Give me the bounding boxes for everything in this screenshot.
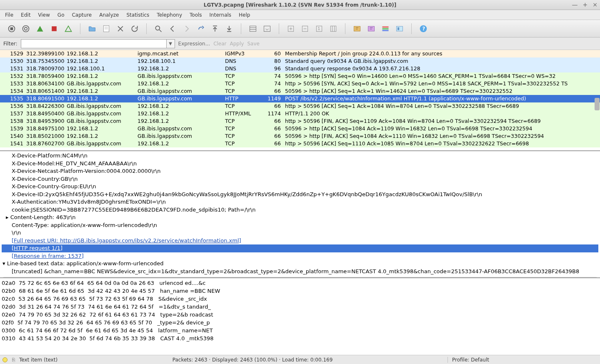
svg-rect-31 — [382, 26, 389, 27]
menu-go[interactable]: Go — [54, 11, 68, 19]
menu-telephony[interactable]: Telephony — [153, 11, 185, 19]
packet-row[interactable]: 1541318.87602700GB.ibis.lgappstv.com192.… — [0, 140, 600, 147]
menu-statistics[interactable]: Statistics — [123, 11, 152, 19]
capture-filters-icon[interactable] — [351, 23, 363, 35]
packet-bytes-pane[interactable]: 02a0 75 72 6c 65 6e 63 6f 64 65 64 0d 0a… — [0, 278, 600, 355]
filter-clear-button[interactable]: Clear — [213, 41, 226, 47]
zoom-in-icon[interactable] — [285, 23, 297, 35]
detail-line[interactable]: [truncated] &chan_name=BBC NEWS&device_s… — [2, 268, 598, 276]
toolbar-separator — [345, 23, 345, 34]
reload-icon[interactable] — [129, 23, 140, 35]
packet-row[interactable]: 1530318.75345500192.168.1.2192.168.100.1… — [0, 57, 600, 65]
menu-view[interactable]: View — [35, 11, 53, 19]
filter-dropdown-button[interactable]: ▼ — [167, 39, 175, 48]
packet-row[interactable]: 1536318.84226300GB.ibis.lgappstv.com192.… — [0, 102, 600, 110]
window-maximize-button[interactable]: + — [583, 1, 588, 8]
resize-columns-icon[interactable] — [328, 23, 339, 35]
go-to-icon[interactable] — [195, 23, 207, 35]
capture-start-icon[interactable] — [34, 23, 46, 35]
close-file-icon[interactable] — [115, 23, 126, 35]
hex-line[interactable]: 02c0 53 26 64 65 76 69 63 65 5f 73 72 63… — [2, 295, 598, 303]
hex-line[interactable]: 02d0 3d 31 26 64 74 76 5f 73 74 61 6e 64… — [2, 303, 598, 311]
find-icon[interactable] — [152, 23, 164, 35]
capture-stop-icon[interactable] — [48, 23, 60, 35]
menu-file[interactable]: File — [2, 11, 17, 19]
hex-line[interactable]: 02b0 68 61 6e 5f 6e 61 6d 65 3d 42 42 43… — [2, 287, 598, 295]
display-filters-icon[interactable] — [365, 23, 377, 35]
svg-rect-32 — [382, 28, 389, 29]
zoom-out-icon[interactable] — [299, 23, 311, 35]
packet-row[interactable]: 1533318.80634100GB.ibis.lgappstv.com192.… — [0, 80, 600, 87]
hex-line[interactable]: 0300 6c 61 74 66 6f 72 6d 5f 6e 61 6d 65… — [2, 327, 598, 334]
detail-line[interactable]: [Full request URI: http://GB.ibis.lgapps… — [2, 237, 598, 245]
hex-line[interactable]: 02f0 5f 74 79 70 65 3d 32 26 64 65 76 69… — [2, 319, 598, 327]
menu-bar: FileEditViewGoCaptureAnalyzeStatisticsTe… — [0, 10, 600, 20]
detail-line[interactable]: cookie:JSESSIONID=3BB87277C55EED9489B6E6… — [2, 206, 598, 214]
window-minimize-button[interactable]: — — [572, 1, 578, 8]
capture-restart-icon[interactable] — [62, 23, 74, 35]
detail-line[interactable]: X-Device-Country-Group:EU\r\n — [2, 183, 598, 191]
detail-line[interactable]: X-Authentication:YMu3V1dv8m8JD0ghrsmETox… — [2, 198, 598, 206]
options-icon[interactable] — [20, 23, 32, 35]
detail-line[interactable]: X-Device-Platform:NC4M\r\n — [2, 152, 598, 160]
packet-row[interactable]: 1529312.39899100192.168.1.2igmp.mcast.ne… — [0, 50, 600, 57]
svg-line-12 — [160, 30, 162, 32]
zoom-reset-icon[interactable]: 1 — [313, 23, 325, 35]
detail-line[interactable]: X-Device-Netcast-Platform-Version:0004.0… — [2, 167, 598, 175]
hex-line[interactable]: 0310 43 41 53 54 20 34 2e 30 5f 6d 74 6b… — [2, 334, 598, 342]
status-expand-icon[interactable]: ⎘ — [11, 357, 16, 362]
expert-info-icon[interactable] — [2, 357, 8, 362]
filter-apply-button[interactable]: Apply — [230, 41, 244, 47]
detail-line[interactable]: Content-Type: application/x-www-form-url… — [2, 222, 598, 229]
detail-line[interactable]: [Response in frame: 1537] — [2, 252, 598, 260]
detail-line[interactable]: \r\n — [2, 229, 598, 237]
menu-help[interactable]: Help — [235, 11, 253, 19]
help-icon[interactable]: ? — [418, 23, 429, 35]
colorize-icon[interactable] — [247, 23, 259, 35]
filter-input[interactable] — [21, 39, 167, 48]
packet-row[interactable]: 1537318.84950400GB.ibis.lgappstv.com192.… — [0, 110, 600, 117]
detail-line[interactable]: X-Device-ID:2yxQ5kEhf45fjUD35G+E/xdq7xxW… — [2, 191, 598, 199]
detail-line[interactable]: [HTTP request 1/1] — [2, 244, 598, 252]
window-title: LGTV3.pcapng [Wireshark 1.10.2 (SVN Rev … — [204, 2, 396, 8]
packet-detail-pane[interactable]: X-Device-Platform:NC4M\r\nX-Device-Model… — [0, 151, 600, 278]
menu-internals[interactable]: Internals — [206, 11, 235, 19]
menu-edit[interactable]: Edit — [18, 11, 34, 19]
packet-row[interactable]: 1538318.84953900GB.ibis.lgappstv.com192.… — [0, 117, 600, 125]
detail-line[interactable]: X-Device-Country:GB\r\n — [2, 175, 598, 183]
save-file-icon[interactable] — [100, 23, 112, 35]
hex-line[interactable]: 02e0 74 79 70 65 3d 32 26 62 72 6f 61 64… — [2, 311, 598, 319]
menu-tools[interactable]: Tools — [186, 11, 205, 19]
svg-point-2 — [23, 25, 29, 32]
detail-line[interactable]: ▾ Line-based text data: application/x-ww… — [2, 260, 598, 268]
open-file-icon[interactable] — [86, 23, 98, 35]
packet-list-pane[interactable]: 1529312.39899100192.168.1.2igmp.mcast.ne… — [0, 50, 600, 151]
go-forward-icon[interactable] — [181, 23, 192, 35]
packet-row[interactable]: 1534318.80651400192.168.1.2GB.ibis.lgapp… — [0, 87, 600, 95]
go-back-icon[interactable] — [167, 23, 178, 35]
go-last-icon[interactable] — [223, 23, 235, 35]
menu-analyze[interactable]: Analyze — [96, 11, 122, 19]
toolbar-separator — [80, 23, 80, 34]
packet-row[interactable]: 1531318.78009700192.168.100.1192.168.1.2… — [0, 65, 600, 72]
window-close-button[interactable]: × — [592, 1, 598, 8]
filter-expression-button[interactable]: Expression... — [178, 41, 210, 47]
go-first-icon[interactable] — [209, 23, 221, 35]
interfaces-icon[interactable] — [6, 23, 18, 35]
auto-scroll-icon[interactable] — [261, 23, 273, 35]
packet-row[interactable]: 1539318.84975100192.168.1.2GB.ibis.lgapp… — [0, 125, 600, 132]
menu-capture[interactable]: Capture — [68, 11, 95, 19]
svg-text:?: ? — [422, 26, 425, 32]
detail-line[interactable]: ▸ Content-Length: 463\r\n — [2, 214, 598, 222]
toolbar-separator — [241, 23, 241, 34]
preferences-icon[interactable] — [394, 23, 405, 35]
hex-line[interactable]: 02a0 75 72 6c 65 6e 63 6f 64 65 64 0d 0a… — [2, 279, 598, 287]
packet-row[interactable]: 1535318.80691500192.168.1.2GB.ibis.lgapp… — [0, 95, 600, 102]
filter-save-button[interactable]: Save — [247, 41, 259, 47]
packet-list-scrollbar[interactable] — [595, 98, 600, 110]
packet-row[interactable]: 1532318.78059400192.168.1.2GB.ibis.lgapp… — [0, 72, 600, 80]
window-title-bar: LGTV3.pcapng [Wireshark 1.10.2 (SVN Rev … — [0, 0, 600, 10]
coloring-rules-icon[interactable] — [380, 23, 391, 35]
packet-row[interactable]: 1540318.85021000192.168.1.2GB.ibis.lgapp… — [0, 132, 600, 140]
detail-line[interactable]: X-Device-Model:HE_DTV_NC4M_AFAAABAA\r\n — [2, 160, 598, 168]
